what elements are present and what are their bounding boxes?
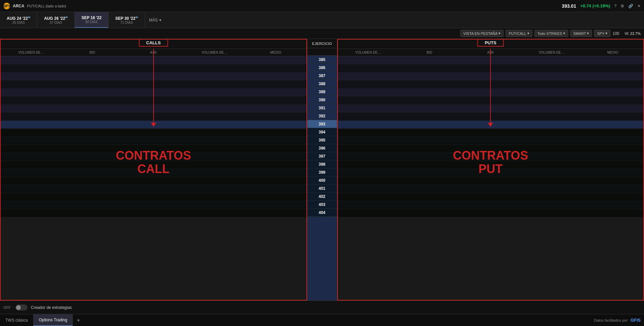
table-row[interactable] — [338, 185, 644, 193]
strike-row[interactable]: 385 — [307, 56, 337, 64]
puts-col-volumen: VOLUMEN DE ... — [338, 51, 399, 54]
help-icon[interactable]: ? — [614, 4, 617, 8]
strike-row[interactable]: 390 — [307, 96, 337, 104]
top-bar-left: SPY ARCA PUT/CALL (lado a lado) — [3, 3, 66, 9]
strike-row[interactable]: 389 — [307, 88, 337, 96]
puts-col-volumen2: VOLUMEN DE ... — [521, 51, 582, 54]
strike-row[interactable]: 387 — [307, 72, 337, 80]
table-row[interactable] — [338, 105, 644, 113]
table-row[interactable] — [1, 105, 306, 113]
strike-row[interactable]: 404 — [307, 209, 337, 217]
vi-badge: VI: 22.7% — [625, 32, 641, 36]
vista-label: VISTA EN PESTAÑA — [463, 32, 497, 36]
table-row[interactable] — [338, 201, 644, 209]
footer-tab-add-button[interactable]: + — [73, 314, 84, 326]
price-change: +0.74 (+0.19%) — [580, 3, 610, 8]
table-row[interactable] — [1, 56, 306, 64]
strike-row[interactable]: 397 — [307, 152, 337, 160]
table-row[interactable] — [338, 145, 644, 153]
table-row[interactable] — [1, 193, 306, 201]
table-row[interactable] — [1, 161, 306, 169]
table-row[interactable] — [338, 193, 644, 201]
table-row[interactable] — [338, 137, 644, 145]
table-row[interactable] — [338, 177, 644, 185]
table-row[interactable] — [338, 97, 644, 105]
smart-chevron-icon: ▾ — [587, 31, 589, 36]
date-tab-aug26-days: 37 DÍAS — [50, 21, 62, 24]
calls-col-headers: VOLUMEN DE ... BID ASK VOLUMEN DE ... ME… — [1, 49, 306, 56]
table-row[interactable] — [338, 209, 644, 217]
table-row[interactable] — [338, 121, 644, 129]
table-row[interactable] — [1, 72, 306, 80]
table-row[interactable] — [1, 185, 306, 193]
vista-pestaña-button[interactable]: VISTA EN PESTAÑA ▾ — [460, 30, 504, 37]
table-row[interactable] — [1, 209, 306, 217]
mode-label[interactable]: PUT/CALL (lado a lado) — [27, 4, 66, 8]
table-row[interactable] — [338, 64, 644, 72]
table-row[interactable] — [1, 89, 306, 97]
mas-button[interactable]: MÁS ▾ — [145, 12, 165, 28]
table-row[interactable] — [1, 169, 306, 177]
table-row[interactable] — [338, 72, 644, 80]
date-tab-sep30[interactable]: SEP 30 '22W 72 DÍAS — [109, 12, 145, 28]
strike-row[interactable]: 399 — [307, 168, 337, 176]
strike-row[interactable]: 396 — [307, 144, 337, 152]
strike-subheader — [307, 48, 337, 56]
strike-row[interactable]: 403 — [307, 201, 337, 209]
strike-row[interactable]: 400 — [307, 176, 337, 184]
top-bar-right: 393.01 +0.74 (+0.19%) ? ⚙ 🔗 ✕ — [562, 3, 641, 9]
footer-tab-options-trading[interactable]: Options Trading — [34, 314, 73, 326]
table-row[interactable] — [1, 129, 306, 137]
table-row[interactable] — [338, 56, 644, 64]
table-row[interactable] — [1, 201, 306, 209]
smart-button[interactable]: SMART ▾ — [570, 30, 592, 37]
strike-row[interactable]: 393 — [307, 120, 337, 128]
date-tab-sep16[interactable]: SEP 16 '22 58 DÍAS — [75, 12, 109, 28]
table-row[interactable] — [338, 113, 644, 121]
strikes-button[interactable]: Todo STRIKES ▾ — [534, 30, 568, 37]
table-row[interactable] — [1, 177, 306, 185]
close-icon[interactable]: ✕ — [637, 4, 641, 8]
table-row[interactable] — [338, 80, 644, 89]
table-row[interactable] — [1, 145, 306, 153]
strike-row[interactable]: 391 — [307, 104, 337, 112]
strike-row[interactable]: 398 — [307, 160, 337, 168]
spy-button[interactable]: SPY ▾ — [594, 30, 610, 37]
strike-rows: 3853863873883893903913923933943953963973… — [307, 56, 337, 301]
table-row[interactable] — [338, 161, 644, 169]
strike-row[interactable]: 386 — [307, 64, 337, 72]
table-row[interactable] — [1, 97, 306, 105]
strike-column: EJERCICIO 385386387388389390391392393394… — [307, 39, 337, 301]
table-row[interactable] — [1, 153, 306, 161]
table-row[interactable] — [1, 137, 306, 145]
table-row[interactable] — [338, 129, 644, 137]
table-row[interactable] — [338, 89, 644, 97]
link-icon[interactable]: 🔗 — [628, 4, 633, 8]
gear-icon[interactable]: ⚙ — [621, 4, 624, 8]
table-row[interactable] — [338, 153, 644, 161]
strikes-label: Todo STRIKES — [537, 32, 562, 36]
footer-credit: Datos facilitados por: GFIS — [591, 314, 644, 326]
bottom-bar: OFF Creador de estrategias — [0, 301, 644, 314]
date-tab-aug26[interactable]: AUG 26 '22W 37 DÍAS — [37, 12, 74, 28]
credit-label: Datos facilitados por: — [594, 318, 629, 322]
calls-col-ask: ASK — [123, 51, 184, 54]
strike-row[interactable]: 394 — [307, 128, 337, 136]
table-row[interactable] — [1, 113, 306, 121]
table-row[interactable] — [1, 80, 306, 89]
strike-row[interactable]: 392 — [307, 112, 337, 120]
strike-header: EJERCICIO — [307, 39, 337, 48]
table-row[interactable] — [338, 169, 644, 177]
plus-icon: + — [77, 317, 80, 323]
strike-row[interactable]: 395 — [307, 136, 337, 144]
strike-row[interactable]: 402 — [307, 193, 337, 201]
strategy-toggle[interactable] — [15, 305, 27, 311]
footer-tab-tws[interactable]: TWS clásica — [0, 314, 34, 326]
date-tab-aug24[interactable]: AUG 24 '22W 35 DÍAS — [0, 12, 37, 28]
strike-row[interactable]: 388 — [307, 80, 337, 88]
table-row[interactable] — [1, 64, 306, 72]
put-call-button[interactable]: PUT/CALL ▾ — [506, 30, 532, 37]
strike-row[interactable]: 401 — [307, 184, 337, 193]
calls-header-row: CALLS — [1, 40, 306, 49]
table-row[interactable] — [1, 121, 306, 129]
